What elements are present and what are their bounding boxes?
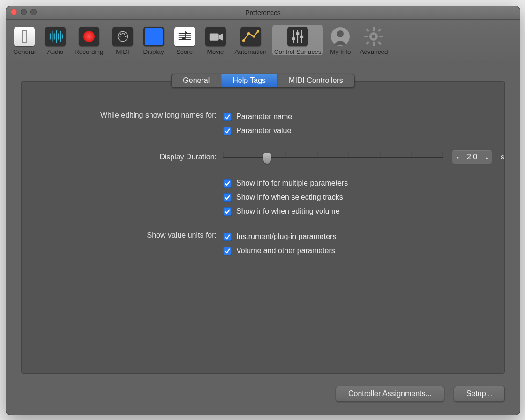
person-icon <box>330 27 351 46</box>
checkbox-instrument-plugin-params[interactable] <box>223 232 232 241</box>
svg-point-13 <box>122 32 123 34</box>
toolbar-movie[interactable]: Movie <box>202 25 229 55</box>
checkbox-label: Instrument/plug-in parameters <box>236 232 336 241</box>
svg-rect-19 <box>209 33 218 40</box>
checkbox-volume-other-params[interactable] <box>223 247 232 255</box>
checkbox-label: Show info when editing volume <box>236 207 340 216</box>
svg-point-20 <box>242 39 245 42</box>
sub-tabs: General Help Tags MIDI Controllers <box>171 74 354 88</box>
svg-rect-27 <box>292 38 295 40</box>
svg-rect-29 <box>300 35 304 38</box>
window-title: Preferences <box>245 9 280 16</box>
toolbar-display[interactable]: Display <box>140 25 167 55</box>
midi-icon <box>112 27 133 46</box>
svg-point-11 <box>120 33 121 35</box>
svg-rect-36 <box>379 36 383 38</box>
svg-point-10 <box>125 36 126 37</box>
toolbar-my-info[interactable]: My Info <box>327 25 354 55</box>
setup-button[interactable]: Setup... <box>454 386 505 402</box>
controller-assignments-button[interactable]: Controller Assignments... <box>336 386 444 402</box>
traffic-lights <box>11 9 37 15</box>
zoom-window-button[interactable] <box>30 9 37 15</box>
close-window-button[interactable] <box>11 9 17 15</box>
long-names-label: While editing show long names for: <box>22 110 223 121</box>
display-duration-stepper[interactable]: ▾ 2.0 ▴ <box>452 150 492 164</box>
toolbar-automation[interactable]: Automation <box>233 25 269 55</box>
checkbox-label: Show info for multiple parameters <box>236 179 348 188</box>
svg-rect-35 <box>364 36 368 38</box>
form: While editing show long names for: Param… <box>22 110 504 262</box>
switch-icon <box>14 27 35 46</box>
checkbox-show-selecting-tracks[interactable] <box>223 193 232 202</box>
checkbox-label: Show info when selecting tracks <box>236 193 343 202</box>
checkbox-show-editing-volume[interactable] <box>223 207 232 216</box>
slider-knob[interactable] <box>263 153 271 164</box>
svg-rect-38 <box>378 28 382 32</box>
minimize-window-button[interactable] <box>21 9 27 15</box>
checkbox-label: Parameter value <box>236 127 291 135</box>
content-panel: General Help Tags MIDI Controllers While… <box>21 81 505 374</box>
display-duration-label: Display Duration: <box>22 151 223 163</box>
toolbar-recording[interactable]: Recording <box>73 25 105 55</box>
faders-icon <box>287 27 308 46</box>
svg-rect-39 <box>366 41 370 45</box>
svg-rect-37 <box>366 28 370 32</box>
toolbar-control-surfaces[interactable]: Control Surfaces <box>272 25 323 55</box>
svg-point-22 <box>253 35 255 38</box>
svg-point-31 <box>337 30 344 37</box>
svg-point-9 <box>119 36 120 37</box>
decrement-button[interactable]: ▾ <box>452 155 463 160</box>
svg-rect-28 <box>296 32 300 35</box>
titlebar: Preferences <box>6 6 520 20</box>
camera-icon <box>205 27 226 46</box>
toolbar-midi[interactable]: MIDI <box>109 25 136 55</box>
checkbox-parameter-name[interactable] <box>223 112 232 121</box>
record-icon <box>79 27 99 46</box>
toolbar-audio[interactable]: Audio <box>42 25 69 55</box>
checkbox-label: Parameter name <box>236 112 292 121</box>
gear-icon <box>363 27 384 46</box>
svg-point-41 <box>372 35 375 38</box>
tab-general[interactable]: General <box>172 74 221 87</box>
prefs-toolbar: General Audio Recording <box>6 20 520 60</box>
checkbox-label: Volume and other parameters <box>236 247 335 255</box>
checkbox-show-multiple-params[interactable] <box>223 179 232 188</box>
toolbar-general[interactable]: General <box>11 25 38 55</box>
preferences-window: Preferences General Audio Recording <box>6 6 520 415</box>
checkbox-parameter-value[interactable] <box>223 127 232 135</box>
increment-button[interactable]: ▴ <box>481 155 492 160</box>
tab-help-tags[interactable]: Help Tags <box>221 74 278 87</box>
toolbar-score[interactable]: Score <box>171 25 198 55</box>
score-icon <box>174 27 195 46</box>
waveform-icon <box>45 27 66 46</box>
svg-point-12 <box>124 33 125 35</box>
svg-point-23 <box>256 30 259 33</box>
footer-buttons: Controller Assignments... Setup... <box>336 386 505 402</box>
toolbar-advanced[interactable]: Advanced <box>358 25 390 55</box>
value-units-label: Show value units for: <box>22 230 223 241</box>
tab-midi-controllers[interactable]: MIDI Controllers <box>278 74 354 87</box>
display-duration-unit: s <box>501 153 504 161</box>
monitor-icon <box>143 27 164 46</box>
display-duration-slider[interactable] <box>223 149 443 165</box>
svg-rect-33 <box>373 27 375 31</box>
svg-point-21 <box>248 32 250 35</box>
svg-rect-40 <box>378 41 382 45</box>
svg-rect-34 <box>373 42 375 46</box>
display-duration-value: 2.0 <box>463 153 481 161</box>
automation-icon <box>240 27 261 46</box>
